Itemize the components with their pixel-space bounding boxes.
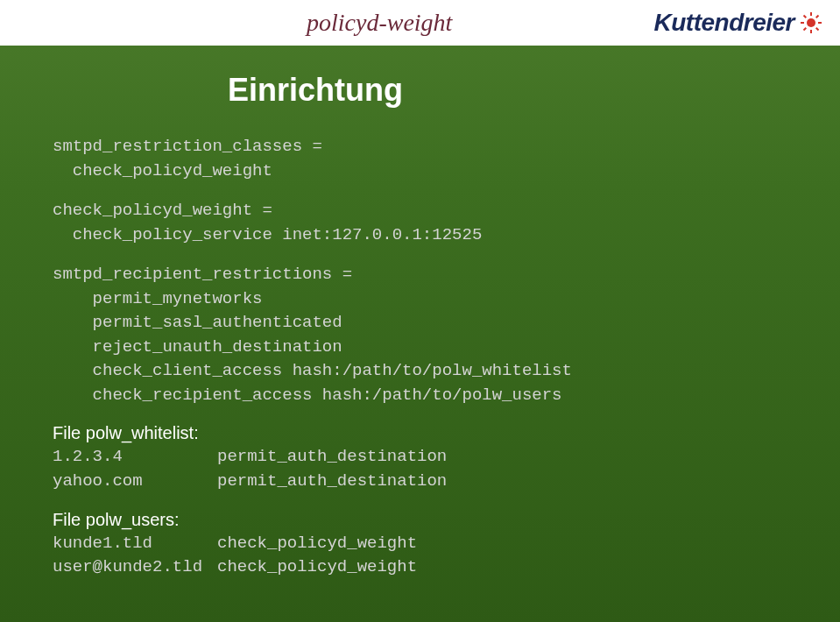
- logo-left: policyd-weight: [307, 9, 452, 37]
- whitelist-key: yahoo.com: [53, 470, 217, 494]
- table-row: user@kunde2.tld check_policyd_weight: [53, 555, 787, 580]
- svg-line-7: [804, 28, 807, 31]
- users-value: check_policyd_weight: [217, 555, 417, 580]
- logo-sun-icon: [800, 11, 822, 34]
- file-users-section: File polw_users: kunde1.tld check_policy…: [53, 510, 787, 580]
- logo-right: Kuttendreier: [654, 9, 822, 37]
- file-whitelist-content: 1.2.3.4 permit_auth_destination yahoo.co…: [53, 445, 787, 493]
- users-key: kunde1.tld: [53, 532, 217, 556]
- table-row: 1.2.3.4 permit_auth_destination: [53, 445, 787, 470]
- svg-line-6: [816, 28, 819, 31]
- file-users-content: kunde1.tld check_policyd_weight user@kun…: [53, 532, 787, 580]
- svg-line-5: [804, 16, 807, 18]
- users-key: user@kunde2.tld: [53, 555, 217, 580]
- svg-line-8: [816, 16, 819, 18]
- header-bar: policyd-weight Kuttendreier: [0, 0, 840, 46]
- file-whitelist-label: File polw_whitelist:: [53, 423, 787, 443]
- whitelist-value: permit_auth_destination: [217, 470, 447, 494]
- file-whitelist-section: File polw_whitelist: 1.2.3.4 permit_auth…: [53, 423, 787, 493]
- code-block-restriction-classes: smtpd_restriction_classes = check_policy…: [53, 135, 787, 183]
- slide-content: Einrichtung smtpd_restriction_classes = …: [0, 46, 840, 580]
- code-block-recipient-restrictions: smtpd_recipient_restrictions = permit_my…: [53, 263, 787, 407]
- whitelist-key: 1.2.3.4: [53, 445, 217, 470]
- page-title: Einrichtung: [228, 72, 787, 109]
- file-users-label: File polw_users:: [53, 510, 787, 530]
- code-block-policyd-weight: check_policyd_weight = check_policy_serv…: [53, 199, 787, 247]
- users-value: check_policyd_weight: [217, 532, 417, 556]
- logo-right-text: Kuttendreier: [654, 9, 794, 37]
- table-row: kunde1.tld check_policyd_weight: [53, 532, 787, 556]
- table-row: yahoo.com permit_auth_destination: [53, 470, 787, 494]
- svg-point-0: [807, 18, 815, 27]
- whitelist-value: permit_auth_destination: [217, 445, 447, 470]
